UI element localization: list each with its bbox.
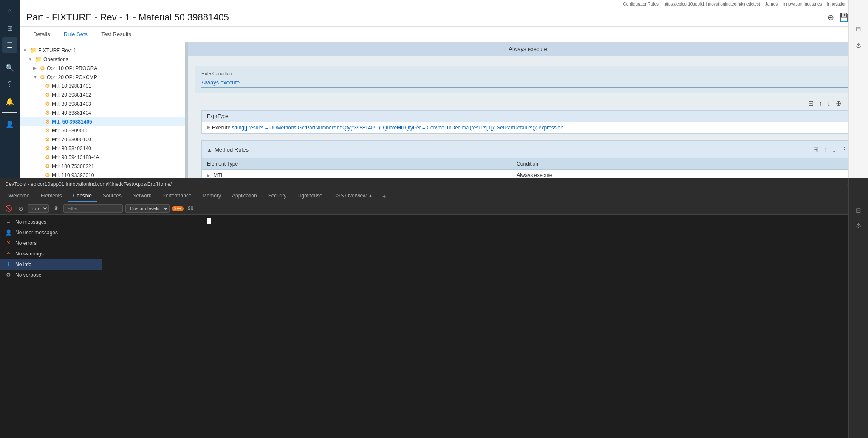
expr-header: ExprType bbox=[202, 111, 854, 122]
method-filter-button[interactable]: ⊞ bbox=[812, 144, 820, 155]
dt-badge-count[interactable]: 99+ bbox=[172, 206, 184, 211]
tree-item-mtl50[interactable]: ▶ ⚙ Mtl: 50 39881405 bbox=[20, 117, 185, 126]
tree-item-mtl70[interactable]: ▶ ⚙ Mtl: 70 53090100 bbox=[20, 135, 185, 144]
sidebar-home-icon[interactable]: ⌂ bbox=[2, 3, 17, 19]
dt-filter-input[interactable] bbox=[63, 204, 123, 213]
dt-tab-welcome[interactable]: Welcome bbox=[3, 190, 35, 202]
devtools-title-left: DevTools - epicor10app01.innovationind.c… bbox=[5, 181, 172, 187]
filter-button[interactable]: ⊞ bbox=[807, 98, 815, 109]
tab-rule-sets[interactable]: Rule Sets bbox=[57, 27, 94, 42]
method-more-button[interactable]: ⋮ bbox=[840, 144, 849, 155]
filter-info-label: No info bbox=[15, 261, 31, 267]
tree-item-fixture[interactable]: ▼ 📁 FIXTURE Rev: 1 bbox=[20, 46, 185, 55]
dt-eye-button[interactable]: 👁 bbox=[51, 204, 61, 213]
tab-test-results[interactable]: Test Results bbox=[94, 27, 138, 42]
sidebar-bell-icon[interactable]: 🔔 bbox=[2, 94, 17, 109]
devtools-main-console[interactable] bbox=[102, 215, 868, 438]
tree-item-mtl60[interactable]: ▶ ⚙ Mtl: 60 53090001 bbox=[20, 126, 185, 135]
col-element-type: Element Type bbox=[202, 158, 512, 170]
tree-item-mtl100[interactable]: ▶ ⚙ Mtl: 100 75308221 bbox=[20, 162, 185, 171]
always-execute-bar: Always execute bbox=[188, 42, 868, 56]
tab-details[interactable]: Details bbox=[26, 27, 57, 42]
save-button[interactable]: 💾 bbox=[839, 13, 848, 22]
add-rule-button[interactable]: ⊕ bbox=[834, 98, 843, 109]
console-cursor bbox=[207, 218, 211, 224]
expr-row: ▶ Execute string[] results = UDMethods.G… bbox=[202, 122, 854, 133]
filter-info[interactable]: ℹ No info bbox=[0, 259, 102, 270]
page-title: Part - FIXTURE - Rev - 1 - Material 50 3… bbox=[26, 12, 229, 23]
sidebar-help-icon[interactable]: ? bbox=[2, 77, 17, 92]
dt-tab-memory[interactable]: Memory bbox=[198, 190, 226, 202]
user-messages-icon: 👤 bbox=[5, 229, 12, 236]
devtools-minimize-button[interactable]: — bbox=[834, 181, 843, 188]
sidebar-menu-icon[interactable]: ☰ bbox=[2, 37, 17, 53]
down-button[interactable]: ↓ bbox=[826, 98, 832, 109]
devtools-content: ≡ No messages 👤 No user messages ✕ No er… bbox=[0, 215, 868, 438]
add-button[interactable]: ⊕ bbox=[828, 13, 834, 22]
sidebar-grid-icon[interactable]: ⊞ bbox=[2, 20, 17, 36]
tree-item-opr10[interactable]: ▶ ⚙ Opr: 10 OP: PROGRA bbox=[20, 64, 185, 73]
messages-icon: ≡ bbox=[5, 219, 12, 225]
table-row[interactable]: ▶ MTL Always execute bbox=[202, 170, 854, 179]
dt-tab-console[interactable]: Console bbox=[68, 190, 97, 202]
tree-item-mtl80[interactable]: ▶ ⚙ Mtl: 80 53402140 bbox=[20, 144, 185, 153]
dt-settings-icon[interactable]: ⚙ bbox=[851, 219, 866, 233]
dt-tab-sources[interactable]: Sources bbox=[98, 190, 127, 202]
dt-top-select[interactable]: top bbox=[28, 204, 49, 213]
row-expand-icon: ▶ bbox=[207, 173, 210, 178]
tree-item-opr20[interactable]: ▼ ⚙ Opr: 20 OP: PCKCMP bbox=[20, 73, 185, 81]
sidebar-settings-icon[interactable]: ⚙ bbox=[851, 38, 866, 53]
rule-condition-dropdown[interactable]: Always execute ▼ bbox=[201, 78, 854, 88]
tree-item-mtl40[interactable]: ▶ ⚙ Mtl: 40 39881404 bbox=[20, 108, 185, 117]
dt-add-tab-button[interactable]: + bbox=[379, 190, 389, 202]
warning-icon: ⚠ bbox=[5, 250, 12, 257]
dt-tab-elements[interactable]: Elements bbox=[36, 190, 67, 202]
sidebar-user-icon[interactable]: 👤 bbox=[2, 116, 17, 132]
devtools-left-panel: ≡ No messages 👤 No user messages ✕ No er… bbox=[0, 215, 102, 438]
page-header: Part - FIXTURE - Rev - 1 - Material 50 3… bbox=[20, 8, 868, 27]
tree-item-mtl90[interactable]: ▶ ⚙ Mtl: 90 59413188-4A bbox=[20, 153, 185, 162]
filter-verbose[interactable]: ⚙ No verbose bbox=[0, 270, 102, 280]
method-rules-title-label: Method Rules bbox=[215, 146, 249, 153]
cell-condition: Always execute bbox=[512, 170, 854, 179]
dt-tab-performance[interactable]: Performance bbox=[157, 190, 197, 202]
condition-dropdown-area: Rule Condition Always execute ▼ bbox=[195, 66, 861, 93]
up-button[interactable]: ↑ bbox=[817, 98, 823, 109]
method-down-button[interactable]: ↓ bbox=[831, 144, 837, 155]
tree-item-operations[interactable]: ▼ 📁 Operations bbox=[20, 55, 185, 64]
tree-item-mtl110[interactable]: ▶ ⚙ Mtl: 110 93393010 bbox=[20, 171, 185, 178]
left-sidebar: ⌂ ⊞ ☰ 🔍 ? 🔔 👤 bbox=[0, 0, 20, 178]
dt-right-panel-icon[interactable]: ⊟ bbox=[851, 204, 866, 217]
dt-tab-lighthouse[interactable]: Lighthouse bbox=[292, 190, 328, 202]
collapse-icon[interactable]: ▲ bbox=[207, 147, 212, 153]
rule-condition-label: Rule Condition bbox=[201, 71, 854, 76]
sidebar-search-icon[interactable]: 🔍 bbox=[2, 60, 17, 75]
cell-element-type: ▶ MTL bbox=[202, 170, 512, 179]
dt-tab-css-overview[interactable]: CSS Overview ▲ bbox=[328, 190, 378, 202]
method-rules-section: ▲ Method Rules ⊞ ↑ ↓ ⋮ El bbox=[201, 140, 854, 178]
dt-filter-icon[interactable]: ⊘ bbox=[17, 204, 25, 213]
method-up-button[interactable]: ↑ bbox=[823, 144, 828, 155]
devtools-area: DevTools - epicor10app01.innovationind.c… bbox=[0, 178, 868, 438]
filter-messages[interactable]: ≡ No messages bbox=[0, 216, 102, 227]
devtools-tabs: Welcome Elements Console Sources Network… bbox=[0, 190, 868, 202]
filter-user-messages[interactable]: 👤 No user messages bbox=[0, 227, 102, 238]
url-display: https://epicor10app01.innovationind.com/… bbox=[664, 2, 760, 6]
tree-item-mtl10[interactable]: ▶ ⚙ Mtl: 10 39881401 bbox=[20, 81, 185, 90]
dt-tab-application[interactable]: Application bbox=[227, 190, 262, 202]
devtools-right-icons: ⊟ ⚙ bbox=[848, 178, 868, 438]
company-name: Innovation Industries bbox=[783, 2, 822, 6]
tree-item-mtl20[interactable]: ▶ ⚙ Mtl: 20 39881402 bbox=[20, 90, 185, 99]
dt-clear-button[interactable]: 🚫 bbox=[3, 204, 14, 213]
filter-errors-label: No errors bbox=[15, 240, 37, 246]
dt-custom-levels-select[interactable]: Custom levels bbox=[125, 204, 170, 213]
tree-item-mtl30[interactable]: ▶ ⚙ Mtl: 30 39881403 bbox=[20, 99, 185, 108]
filter-warnings-label: No warnings bbox=[15, 251, 44, 257]
rule-condition-section: Rule Condition Always execute ▼ ⊞ ↑ ↓ ⊕ … bbox=[188, 61, 868, 178]
expr-code: string[] results = UDMethods.GetPartNumb… bbox=[232, 125, 563, 131]
dt-tab-network[interactable]: Network bbox=[127, 190, 156, 202]
dt-tab-security[interactable]: Security bbox=[263, 190, 291, 202]
filter-warnings[interactable]: ⚠ No warnings bbox=[0, 248, 102, 259]
filter-errors[interactable]: ✕ No errors bbox=[0, 238, 102, 248]
sidebar-right-panel-icon[interactable]: ⊟ bbox=[851, 21, 866, 36]
